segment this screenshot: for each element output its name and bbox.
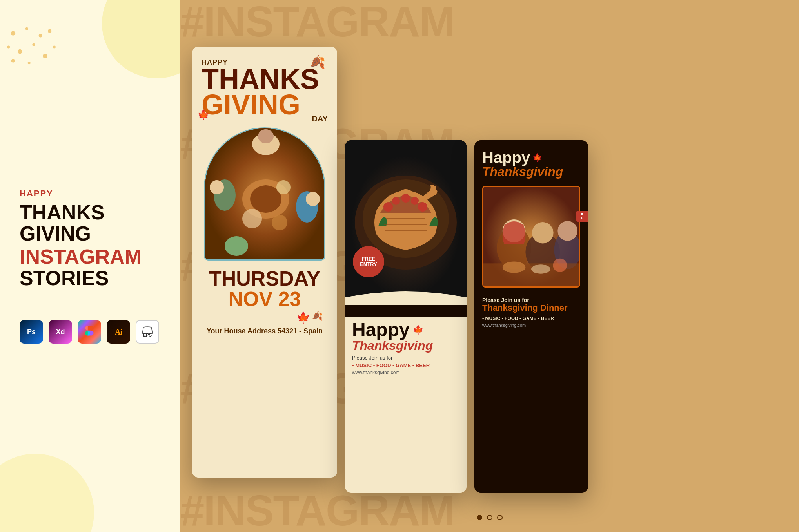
svg-point-6 [48,29,51,33]
svg-point-10 [43,54,47,59]
leaf-decoration-1: 🍂 [310,54,325,69]
left-title-main: THANKS GIVING [20,202,161,244]
card2-leaf-icon: 🍁 [413,325,423,335]
dot-3[interactable] [497,515,503,520]
illustrator-icon: Ai [107,320,130,344]
svg-point-1 [25,27,28,30]
svg-point-18 [306,192,320,206]
card3-url-text: www.thanksgiving.com [482,323,580,328]
card3-please-text: Please Join us for [482,297,580,303]
dot-1[interactable] [477,515,482,520]
svg-point-33 [418,202,427,212]
card2-title-row: Happy 🍁 [352,320,459,339]
card2-join-text: Please Join us for [352,355,459,361]
svg-point-2 [39,34,42,37]
free-entry-badge: FREE ENTRY [353,246,384,277]
card3-happy-row: Happy 🍁 [482,150,580,165]
svg-point-30 [392,197,400,205]
svg-point-44 [557,221,577,241]
svg-point-23 [272,215,287,230]
card1-thursday: THURSDAY [207,268,323,289]
leaf-decoration-2: 🍁 [198,109,209,120]
svg-point-31 [401,194,410,203]
xd-icon: Xd [49,320,72,344]
scatter-dots [4,24,59,71]
card3-text-section: Please Join us for Thanksgiving Dinner •… [474,291,588,333]
svg-point-47 [531,264,550,273]
svg-point-22 [242,209,262,228]
card2-happy-text: Happy [352,320,410,339]
card1-dinner-scene [205,128,324,259]
circle-decoration-bottom [0,454,94,532]
card1-nov23: NOV 23 [207,289,323,309]
svg-point-32 [411,197,419,205]
card1-header: HAPPY THANKS GIVING DAY [202,58,328,123]
card3-happy-text: Happy [482,150,530,165]
card1-photo-frame [204,127,325,261]
svg-point-5 [32,43,35,46]
svg-point-14 [258,129,274,143]
eps-icon: EPS [136,320,159,344]
story-card-3: Happy 🍁 Thanksgiving [474,140,588,493]
svg-point-24 [276,180,291,194]
left-panel: HAPPY THANKS GIVING INSTAGRAM STORIES Ps… [0,0,180,532]
figma-icon [78,320,101,344]
card3-photo-frame [482,186,580,288]
photoshop-icon: Ps [20,320,43,344]
software-icons-row: Ps Xd Ai EPS [20,320,161,344]
card3-header: Happy 🍁 Thanksgiving [474,140,588,182]
card3-thanksgiving-text: Thanksgiving [482,165,580,178]
card1-thanks-text: THANKS [202,67,328,92]
card3-badge: FE [576,211,588,222]
svg-point-4 [18,49,22,54]
card1-giving-text: GIVING [202,92,328,118]
left-title-instagram: INSTAGRAM [20,246,161,268]
svg-point-16 [210,180,224,194]
card2-food-photo: FREE ENTRY [345,140,467,297]
dots-navigation[interactable] [477,515,503,520]
svg-point-42 [532,222,554,244]
dot-2[interactable] [487,515,492,520]
left-title-happy: HAPPY [20,188,161,199]
svg-point-3 [7,46,10,49]
leaf-group: 🍁 🍂 [207,311,323,324]
svg-point-0 [11,31,16,36]
svg-point-29 [383,202,393,212]
svg-point-48 [553,259,567,272]
card2-wave [345,297,467,317]
card1-address: Your House Address 54321 - Spain [207,327,323,335]
card2-events-text: • MUSIC • FOOD • GAME • BEER [352,362,459,368]
story-card-2: FREE ENTRY Happy 🍁 Thanksgiving Please J… [345,140,467,493]
card3-events-text: • MUSIC • FOOD • GAME • BEER [482,316,580,321]
svg-point-9 [28,62,31,64]
leaf-icon-1: 🍁 [296,311,310,324]
svg-point-19 [225,236,248,256]
story-card-1: 🍂 🍁 HAPPY THANKS GIVING DAY [192,47,337,478]
svg-point-7 [53,46,56,49]
svg-point-8 [11,59,15,62]
leaf-icon-2: 🍂 [312,311,323,324]
card1-date-section: THURSDAY NOV 23 🍁 🍂 Your House Address 5… [207,268,323,335]
right-panel: #INSTAGRAM #INSTAGRAM #INSTAGRAM #INSTAG… [180,0,799,532]
card3-leaf-icon: 🍁 [532,153,542,162]
card2-thanksgiving-text: Thanksgiving [352,339,459,352]
card3-dinner-text: Thanksgiving Dinner [482,303,580,313]
svg-point-46 [503,261,526,273]
left-title-stories: STORIES [20,268,161,289]
card2-bottom-content: Happy 🍁 Thanksgiving Please Join us for … [345,317,467,493]
card2-url-text: www.thanksgiving.com [352,370,459,375]
